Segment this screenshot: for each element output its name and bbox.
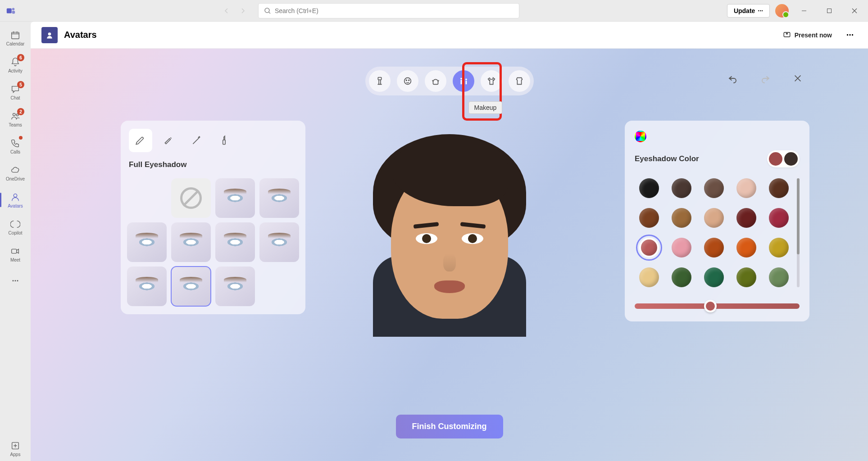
window-close-button[interactable] — [845, 3, 864, 19]
rail-chat[interactable]: 5 Chat — [2, 79, 29, 104]
rail-onedrive[interactable]: OneDrive — [2, 160, 29, 185]
rail-copilot[interactable]: Copilot — [2, 214, 29, 240]
style-option[interactable] — [127, 267, 167, 306]
avatars-app-icon — [41, 27, 58, 43]
color-swatch[interactable] — [639, 178, 659, 198]
search-box[interactable] — [258, 3, 519, 18]
category-body-button[interactable] — [369, 70, 391, 92]
svg-point-20 — [463, 77, 464, 78]
rail-activity[interactable]: 6 Activity — [2, 52, 29, 77]
color-swatch[interactable] — [672, 208, 691, 228]
header-more-button[interactable]: ··· — [843, 28, 857, 42]
avatar-canvas: Makeup Full Eyeshadow — [31, 49, 868, 461]
update-button[interactable]: Update ··· — [727, 4, 770, 18]
style-option[interactable] — [215, 222, 255, 262]
style-option[interactable] — [215, 267, 255, 306]
none-icon — [180, 187, 202, 209]
subcat-eyeliner-button[interactable] — [185, 129, 208, 152]
rail-label: Meet — [10, 258, 20, 262]
color-swatch[interactable] — [769, 178, 789, 198]
color-swatch[interactable] — [639, 238, 659, 258]
style-option[interactable] — [259, 222, 299, 262]
nav-back-button[interactable] — [218, 3, 235, 19]
style-option[interactable] — [259, 178, 299, 218]
edit-controls — [726, 71, 805, 86]
category-top-button[interactable] — [481, 70, 502, 92]
svg-rect-13 — [378, 77, 381, 80]
svg-rect-2 — [12, 11, 15, 14]
color-swatch[interactable] — [672, 267, 691, 287]
style-option[interactable] — [171, 267, 211, 306]
intensity-slider[interactable] — [635, 301, 800, 312]
category-hair-button[interactable] — [425, 70, 446, 92]
window-minimize-button[interactable] — [794, 3, 814, 19]
color-swatch[interactable] — [704, 238, 724, 258]
app-rail: Calendar 6 Activity 5 Chat 2 Teams Calls… — [0, 22, 31, 461]
rail-calls[interactable]: Calls — [2, 133, 29, 158]
color-swatch[interactable] — [639, 208, 659, 228]
color-swatch[interactable] — [639, 267, 659, 287]
category-tooltip: Makeup — [468, 101, 503, 114]
color-swatch[interactable] — [672, 178, 691, 198]
style-option[interactable] — [171, 222, 211, 262]
color-swatch[interactable] — [704, 178, 724, 198]
present-label: Present now — [795, 32, 832, 39]
preset-toggle[interactable] — [767, 150, 800, 167]
color-swatch[interactable] — [704, 267, 724, 287]
custom-color-button[interactable] — [635, 131, 646, 142]
svg-point-15 — [406, 80, 407, 81]
finish-customizing-button[interactable]: Finish Customizing — [396, 415, 503, 438]
app-title: Avatars — [64, 30, 97, 40]
rail-avatars[interactable]: Avatars — [2, 187, 29, 212]
category-face-button[interactable] — [397, 70, 418, 92]
color-swatch[interactable] — [769, 267, 789, 287]
preset-swatch — [769, 152, 782, 166]
preset-swatch — [784, 152, 798, 166]
style-option[interactable] — [127, 222, 167, 262]
color-swatch[interactable] — [769, 238, 789, 258]
color-swatch[interactable] — [736, 208, 756, 228]
user-avatar[interactable] — [775, 4, 789, 18]
subcat-eyeshadow-button[interactable] — [129, 129, 152, 152]
rail-label: Apps — [10, 452, 21, 457]
badge: 2 — [17, 108, 24, 115]
svg-point-3 — [265, 8, 269, 13]
svg-point-8 — [14, 194, 17, 197]
badge: 6 — [17, 54, 24, 61]
svg-point-14 — [404, 78, 411, 85]
color-swatch[interactable] — [736, 178, 756, 198]
section-title: Full Eyeshadow — [129, 160, 297, 169]
color-swatch[interactable] — [769, 208, 789, 228]
rail-calendar[interactable]: Calendar — [2, 25, 29, 50]
color-swatch[interactable] — [736, 267, 756, 287]
rail-teams[interactable]: 2 Teams — [2, 106, 29, 131]
present-now-button[interactable]: Present now — [778, 28, 836, 42]
svg-point-11 — [48, 32, 51, 36]
color-swatch[interactable] — [704, 208, 724, 228]
style-panel: Full Eyeshadow — [121, 121, 305, 314]
category-outfit-button[interactable] — [509, 70, 530, 92]
undo-button[interactable] — [726, 71, 740, 86]
svg-point-1 — [12, 8, 15, 10]
subcat-blush-button[interactable] — [213, 129, 236, 152]
redo-button[interactable] — [758, 71, 773, 86]
more-icon: ··· — [10, 276, 21, 286]
window-maximize-button[interactable] — [819, 3, 839, 19]
search-input[interactable] — [275, 7, 514, 14]
rail-meet[interactable]: Meet — [2, 241, 29, 267]
teams-logo — [4, 4, 18, 18]
color-swatch[interactable] — [736, 238, 756, 258]
rail-label: Calendar — [6, 41, 25, 46]
svg-rect-9 — [12, 249, 17, 253]
nav-forward-button[interactable] — [235, 3, 251, 19]
style-option[interactable] — [215, 178, 255, 218]
rail-more[interactable]: ··· — [2, 268, 29, 294]
close-editor-button[interactable] — [791, 71, 805, 86]
category-makeup-button[interactable] — [453, 70, 474, 92]
subcat-lipstick-button[interactable] — [157, 129, 180, 152]
color-swatch[interactable] — [672, 238, 691, 258]
style-option-none[interactable] — [171, 178, 211, 218]
rail-apps[interactable]: Apps — [2, 436, 29, 461]
notification-dot — [19, 136, 23, 140]
palette-scrollbar[interactable] — [797, 178, 800, 287]
